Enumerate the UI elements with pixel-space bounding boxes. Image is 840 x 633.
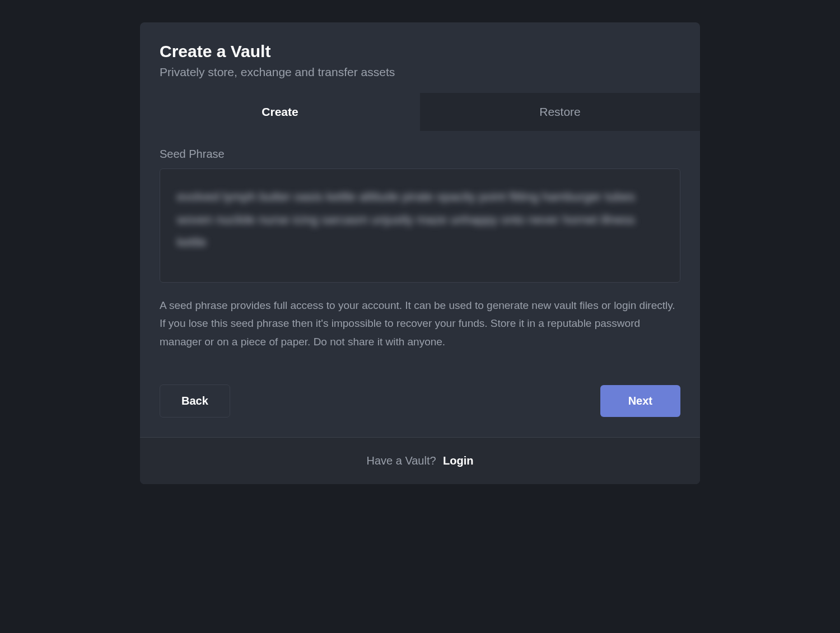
- seed-phrase-text: evolved lymph butter oasis kettle altitu…: [177, 186, 663, 254]
- tab-restore[interactable]: Restore: [420, 93, 700, 131]
- page-title: Create a Vault: [160, 42, 680, 61]
- tab-create[interactable]: Create: [140, 93, 420, 131]
- next-button[interactable]: Next: [600, 385, 680, 417]
- vault-card: Create a Vault Privately store, exchange…: [140, 22, 700, 484]
- page-subtitle: Privately store, exchange and transfer a…: [160, 65, 680, 79]
- seed-helper-text: A seed phrase provides full access to yo…: [160, 297, 680, 351]
- footer-prompt: Have a Vault?: [366, 454, 436, 467]
- seed-phrase-label: Seed Phrase: [160, 148, 680, 161]
- card-content: Seed Phrase evolved lymph butter oasis k…: [140, 131, 700, 437]
- back-button[interactable]: Back: [160, 385, 230, 418]
- login-link[interactable]: Login: [443, 454, 473, 467]
- card-header: Create a Vault Privately store, exchange…: [140, 22, 700, 93]
- seed-phrase-box[interactable]: evolved lymph butter oasis kettle altitu…: [160, 168, 680, 283]
- tab-bar: Create Restore: [140, 93, 700, 131]
- card-footer: Have a Vault? Login: [140, 437, 700, 484]
- button-row: Back Next: [160, 385, 680, 418]
